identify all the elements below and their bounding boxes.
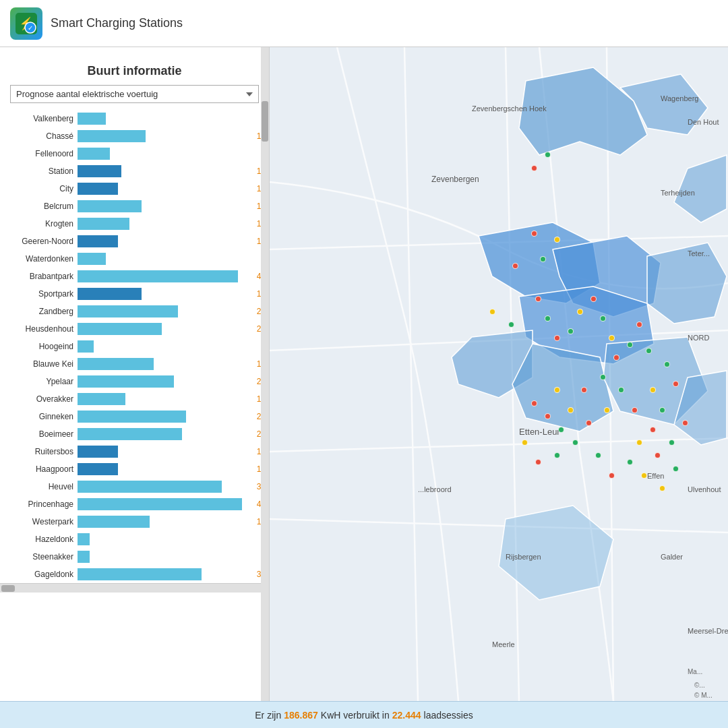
bar-fill	[78, 568, 202, 580]
bar-row[interactable]: Gageldonk31	[0, 566, 269, 583]
svg-text:Ulvenhout: Ulvenhout	[688, 485, 721, 493]
bar-row[interactable]: Waterdonken7	[0, 250, 269, 268]
bar-label: Fellenoord	[7, 149, 78, 158]
bar-row[interactable]: Fellenoord8	[0, 145, 269, 162]
bar-row[interactable]: Sportpark16	[0, 285, 269, 303]
svg-text:Terheijden: Terheijden	[661, 189, 695, 197]
vscrollbar-thumb[interactable]	[262, 101, 268, 142]
svg-text:Wagenberg: Wagenberg	[661, 94, 698, 102]
svg-text:Rijsbergen: Rijsbergen	[506, 553, 541, 561]
svg-text:© M...: © M...	[694, 692, 712, 699]
status-bar: Er zijn 186.867 KwH verbruikt in 22.444 …	[0, 701, 728, 728]
panel-scroll-area[interactable]: Buurt informatie Prognose aantal elektri…	[0, 47, 269, 701]
bar-row[interactable]: Blauwe Kei19	[0, 355, 269, 373]
map-area[interactable]: Zevenbergschen Hoek Wagenberg Zevenberge…	[270, 47, 728, 701]
bar-fill	[78, 130, 146, 142]
svg-text:Effen: Effen	[647, 472, 665, 480]
bar-fill	[78, 411, 186, 423]
bar-fill	[78, 498, 242, 510]
bar-label: Ginneken	[7, 412, 78, 421]
bar-fill	[78, 165, 121, 177]
bar-fill	[78, 393, 125, 405]
bar-row[interactable]: Ginneken27	[0, 408, 269, 425]
bar-fill	[78, 183, 118, 195]
bar-row[interactable]: Heusdenhout21	[0, 320, 269, 338]
bar-row[interactable]: Heuvel36	[0, 478, 269, 495]
bar-container	[78, 393, 242, 405]
bar-container	[78, 463, 242, 475]
bar-row[interactable]: Westerpark18	[0, 513, 269, 530]
bar-fill	[78, 270, 238, 282]
bar-row[interactable]: Zandberg25	[0, 303, 269, 320]
bar-label: Gageldonk	[7, 570, 78, 579]
metric-dropdown[interactable]: Prognose aantal elektrische voertuigAant…	[10, 85, 259, 103]
hscrollbar-thumb[interactable]	[1, 585, 15, 592]
vertical-scrollbar[interactable]	[261, 47, 269, 701]
bar-container	[78, 446, 242, 458]
bar-label: Krogten	[7, 219, 78, 229]
bar-row[interactable]: Valkenberg7	[0, 110, 269, 127]
bar-container	[78, 130, 242, 142]
horizontal-scrollbar[interactable]	[0, 583, 269, 593]
bar-row[interactable]: Princenhage41	[0, 495, 269, 513]
bar-fill	[78, 446, 118, 458]
bar-fill	[78, 148, 110, 160]
svg-text:Teter...: Teter...	[688, 249, 710, 257]
svg-text:✓: ✓	[28, 24, 33, 32]
bar-container	[78, 218, 242, 230]
bar-label: Sportpark	[7, 289, 78, 299]
app-icon: ⚡ ✓	[10, 7, 42, 40]
map-background: Zevenbergschen Hoek Wagenberg Zevenberge…	[270, 47, 728, 701]
bar-row[interactable]: Geeren-Noord10	[0, 233, 269, 250]
bar-fill	[78, 516, 150, 528]
bar-fill	[78, 113, 106, 125]
bar-label: Ypelaar	[7, 377, 78, 386]
bar-container	[78, 323, 242, 335]
bar-label: Boeimeer	[7, 429, 78, 439]
bar-label: Station	[7, 166, 78, 176]
bar-label: Blauwe Kei	[7, 359, 78, 369]
bar-label: City	[7, 184, 78, 193]
bar-container	[78, 411, 242, 423]
bar-row[interactable]: Boeimeer26	[0, 425, 269, 443]
bar-container	[78, 533, 242, 545]
bar-row[interactable]: Hoogeind4	[0, 338, 269, 355]
bar-label: Steenakker	[7, 552, 78, 562]
bar-fill	[78, 551, 90, 563]
svg-text:Ma...: Ma...	[688, 668, 702, 675]
status-text-2: KwH verbruikt in	[321, 710, 390, 721]
bar-container	[78, 481, 242, 493]
bar-row[interactable]: Chassé17	[0, 127, 269, 145]
bar-label: Valkenberg	[7, 114, 78, 123]
app-title: Smart Charging Stations	[51, 16, 183, 30]
bar-row[interactable]: Station11	[0, 162, 269, 180]
panel-title: Buurt informatie	[0, 54, 269, 85]
bar-row[interactable]: Haagpoort10	[0, 460, 269, 478]
bar-container	[78, 165, 242, 177]
bar-row[interactable]: Brabantpark40	[0, 268, 269, 285]
bar-row[interactable]: Ypelaar24	[0, 373, 269, 390]
bar-row[interactable]: Overakker12	[0, 390, 269, 408]
bar-row[interactable]: Hazeldonk3	[0, 530, 269, 548]
svg-text:Zevenbergschen Hoek: Zevenbergschen Hoek	[472, 104, 547, 113]
bar-row[interactable]: Belcrum16	[0, 198, 269, 215]
bar-label: Brabantpark	[7, 272, 78, 281]
bar-row[interactable]: Ruitersbos10	[0, 443, 269, 460]
svg-text:Galder: Galder	[661, 553, 683, 561]
bar-label: Princenhage	[7, 499, 78, 509]
bar-container	[78, 428, 242, 440]
svg-text:Etten-Leur: Etten-Leur	[519, 427, 560, 437]
bar-container	[78, 498, 242, 510]
bar-row[interactable]: Steenakker3	[0, 548, 269, 566]
bar-label: Haagpoort	[7, 464, 78, 474]
bar-row[interactable]: City10	[0, 180, 269, 198]
status-text-1: Er zijn	[255, 710, 281, 721]
svg-text:©...: ©...	[694, 681, 705, 689]
sessions-value: 22.444	[392, 710, 421, 721]
svg-text:Meersel-Dreef: Meersel-Dreef	[688, 627, 728, 635]
app-header: ⚡ ✓ Smart Charging Stations	[0, 0, 728, 47]
bar-container	[78, 148, 242, 160]
bar-row[interactable]: Krogten13	[0, 215, 269, 233]
svg-text:Den Hout: Den Hout	[688, 118, 719, 126]
dropdown-container: Prognose aantal elektrische voertuigAant…	[0, 85, 269, 110]
